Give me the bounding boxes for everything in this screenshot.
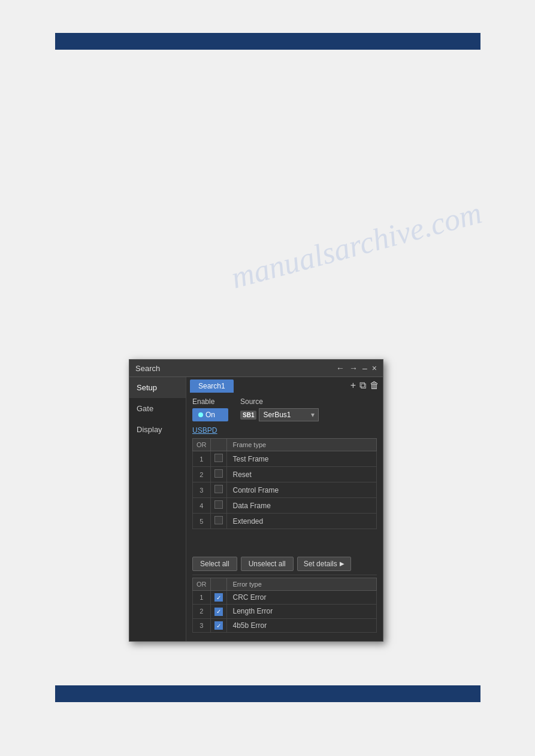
row-checkbox[interactable]: [210, 482, 226, 498]
spacer-row: [193, 541, 377, 553]
enable-group: Enable On: [192, 397, 228, 421]
title-bar-controls: ← → – ×: [336, 363, 377, 373]
row-label: Extended: [226, 514, 377, 529]
row-checkbox[interactable]: [210, 467, 226, 482]
source-dropdown[interactable]: SB1 SerBus1 ▾: [240, 408, 319, 421]
row-label: CRC Error: [226, 590, 377, 605]
source-select-control[interactable]: SerBus1 ▾: [259, 408, 319, 421]
row-num: 4: [193, 498, 211, 514]
delete-tab-button[interactable]: 🗑: [370, 380, 379, 391]
select-all-button[interactable]: Select all: [192, 557, 237, 571]
row-checkbox[interactable]: [210, 514, 226, 529]
spacer-row: [193, 529, 377, 541]
toggle-on-button[interactable]: On: [192, 408, 228, 421]
checkbox-checked-icon: ✓: [214, 593, 223, 602]
row-label: Control Frame: [226, 482, 377, 498]
row-num: 1: [193, 590, 211, 605]
sidebar-item-display[interactable]: Display: [129, 419, 186, 440]
frame-type-header: Frame type: [226, 439, 377, 451]
checkbox-empty-icon: [214, 469, 223, 478]
row-checkbox[interactable]: [210, 498, 226, 514]
frame-type-table: OR Frame type 1 Test Frame: [192, 438, 377, 553]
checkbox-checked-icon: ✓: [214, 621, 223, 630]
dialog-body: Setup Gate Display Search1 + ⧉ 🗑: [129, 377, 383, 641]
sidebar: Setup Gate Display: [129, 377, 186, 641]
checkbox-empty-icon: [214, 500, 223, 509]
forward-button[interactable]: →: [349, 363, 358, 373]
bottom-bar: [55, 685, 480, 702]
unselect-all-button[interactable]: Unselect all: [241, 557, 294, 571]
table-row: 2 ✓ Length Error: [193, 605, 377, 619]
add-tab-button[interactable]: +: [350, 380, 356, 391]
table-row: 1 ✓ CRC Error: [193, 590, 377, 605]
table-row: 1 Test Frame: [193, 451, 377, 467]
error-type-table: OR Error type 1 ✓ CRC Error: [192, 578, 377, 633]
row-num: 2: [193, 467, 211, 482]
row-num: 2: [193, 605, 211, 619]
row-label: Test Frame: [226, 451, 377, 467]
protocol-label: USBPD: [192, 426, 377, 435]
frame-or-header: OR: [193, 439, 211, 451]
row-num: 3: [193, 482, 211, 498]
enable-label: Enable: [192, 397, 228, 406]
sidebar-item-setup[interactable]: Setup: [129, 377, 186, 398]
checkbox-checked-icon: ✓: [214, 608, 223, 616]
action-button-row: Select all Unselect all Set details ▶: [192, 557, 377, 571]
main-content: Search1 + ⧉ 🗑 Enable On: [186, 377, 383, 641]
dialog-title: Search: [135, 364, 160, 373]
error-type-header: Error type: [226, 578, 377, 590]
checkbox-empty-icon: [214, 516, 223, 524]
checkbox-empty-icon: [214, 485, 223, 493]
back-button[interactable]: ←: [336, 363, 344, 373]
row-checkbox[interactable]: ✓: [210, 605, 226, 619]
sidebar-item-gate[interactable]: Gate: [129, 398, 186, 419]
search-dialog: Search ← → – × Setup Gate Display: [129, 359, 383, 642]
minimize-button[interactable]: –: [362, 363, 367, 373]
table-row: 3 ✓ 4b5b Error: [193, 618, 377, 633]
top-bar: [55, 33, 480, 50]
checkbox-empty-icon: [214, 454, 223, 462]
source-label: Source: [240, 397, 319, 406]
watermark: manualsarchive.com: [228, 195, 485, 295]
source-badge: SB1: [240, 411, 256, 420]
error-or-header: OR: [193, 578, 211, 590]
table-row: 4 Data Frame: [193, 498, 377, 514]
enable-source-row: Enable On Source SB1 SerBus1 ▾: [192, 397, 377, 421]
error-checkbox-header: [210, 578, 226, 590]
table-row: 2 Reset: [193, 467, 377, 482]
content-area: Enable On Source SB1 SerBus1 ▾: [186, 393, 383, 641]
table-row: 3 Control Frame: [193, 482, 377, 498]
search1-tab[interactable]: Search1: [190, 379, 234, 393]
set-details-button[interactable]: Set details ▶: [297, 557, 351, 571]
checkbox-header: [210, 439, 226, 451]
row-checkbox[interactable]: ✓: [210, 590, 226, 605]
tab-actions: + ⧉ 🗑: [350, 380, 379, 392]
set-details-arrow-icon: ▶: [340, 560, 344, 567]
row-num: 3: [193, 618, 211, 633]
toggle-indicator: [198, 412, 203, 417]
copy-tab-button[interactable]: ⧉: [359, 380, 366, 391]
divider: [192, 575, 377, 575]
row-label: Reset: [226, 467, 377, 482]
title-bar: Search ← → – ×: [129, 360, 383, 377]
row-num: 1: [193, 451, 211, 467]
row-label: Length Error: [226, 605, 377, 619]
source-group: Source SB1 SerBus1 ▾: [240, 397, 319, 421]
row-label: Data Frame: [226, 498, 377, 514]
row-num: 5: [193, 514, 211, 529]
source-chevron-icon: ▾: [311, 411, 315, 419]
row-label: 4b5b Error: [226, 618, 377, 633]
table-row: 5 Extended: [193, 514, 377, 529]
close-button[interactable]: ×: [372, 363, 377, 373]
tab-bar: Search1 + ⧉ 🗑: [186, 377, 383, 393]
row-checkbox[interactable]: [210, 451, 226, 467]
row-checkbox[interactable]: ✓: [210, 618, 226, 633]
